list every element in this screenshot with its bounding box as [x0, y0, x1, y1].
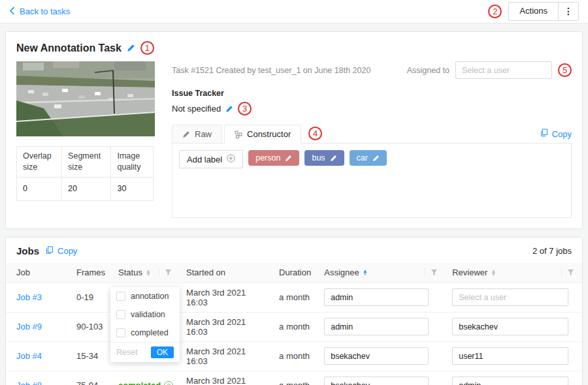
job-link[interactable]: Job #4: [16, 351, 42, 361]
label-person-name: person: [255, 153, 280, 162]
filter-option-completed[interactable]: completed: [110, 324, 180, 342]
label-chip-person[interactable]: person: [248, 150, 299, 166]
copy-labels-link[interactable]: Copy: [540, 129, 572, 139]
job-link[interactable]: Job #3: [16, 292, 42, 302]
chevron-left-icon: [9, 7, 15, 17]
copy-icon: [540, 129, 548, 139]
frames-cell: 90-103: [70, 312, 112, 341]
column-header-status[interactable]: Status ▲▼: [112, 263, 180, 283]
back-to-tasks-label: Back to tasks: [20, 7, 70, 16]
assignee-input[interactable]: [324, 377, 429, 385]
actions-button[interactable]: Actions: [509, 3, 558, 20]
assigned-to-label: Assigned to: [407, 66, 449, 75]
edit-label-icon[interactable]: [372, 155, 380, 162]
label-car-name: car: [357, 153, 368, 162]
filter-option-validation[interactable]: validation: [110, 305, 180, 324]
callout-5: 5: [558, 63, 572, 77]
reviewer-input[interactable]: [452, 288, 568, 306]
jobs-title: Jobs: [16, 245, 39, 256]
sort-icon: ▲▼: [146, 270, 151, 276]
filter-option-label: annotation: [131, 292, 169, 301]
topbar: Back to tasks 2 Actions ⋮: [0, 0, 588, 23]
jobs-table-header-row: Job Frames Status ▲▼ Started on Duration: [6, 263, 582, 283]
status-filter-dropdown: annotation validation completed Reset OK: [110, 287, 180, 362]
started-cell: March 3rd 2021 16:03: [180, 341, 272, 371]
duration-cell: a month: [272, 371, 318, 385]
param-header-overlap: Overlap size: [17, 147, 62, 177]
param-value-quality: 30: [111, 177, 154, 200]
status-header-label: Status: [118, 268, 142, 277]
issue-tracker-value: Not specified: [172, 104, 221, 114]
column-header-started-on: Started on: [180, 263, 272, 283]
ok-button[interactable]: OK: [151, 346, 174, 358]
copy-label: Copy: [552, 129, 572, 139]
column-header-reviewer[interactable]: Reviewer ▲▼: [446, 263, 582, 283]
jobs-count: 2 of 7 jobs: [532, 246, 572, 256]
status-cell: completed: [118, 380, 161, 385]
labels-constructor-panel: Add label person bus: [172, 144, 572, 218]
started-cell: March 3rd 2021 16:03: [180, 312, 272, 341]
task-meta: Task #1521 Created by test_user_1 on Jun…: [172, 66, 370, 75]
job-link[interactable]: Job #9: [16, 322, 42, 331]
reset-button[interactable]: Reset: [116, 348, 138, 357]
edit-task-name-icon[interactable]: [127, 44, 135, 52]
task-card: New Annotation Task 1: [5, 31, 583, 229]
filter-icon[interactable]: [159, 268, 173, 277]
reviewer-input[interactable]: [452, 347, 568, 365]
assignee-input[interactable]: [324, 318, 429, 335]
table-row: Job #4 15-34 March 3rd 2021 16:03 a mont…: [6, 341, 582, 371]
column-header-assignee[interactable]: Assignee ▲▼: [318, 263, 446, 283]
param-value-segment: 20: [62, 177, 111, 200]
question-circle-icon[interactable]: ?: [164, 381, 173, 385]
pencil-icon: [182, 131, 190, 138]
frames-cell: 15-34: [70, 341, 112, 371]
column-header-frames: Frames: [70, 263, 112, 283]
sort-icon-ascending: ▲▼: [363, 270, 368, 276]
task-assignee-input[interactable]: [455, 61, 552, 79]
edit-issue-tracker-icon[interactable]: [225, 105, 233, 113]
assignee-input[interactable]: [324, 288, 429, 306]
add-label-button[interactable]: Add label: [179, 150, 243, 168]
table-row: Job #8 75-94 completed ? March 3rd 2021 …: [6, 371, 582, 385]
add-label-text: Add label: [187, 155, 222, 164]
duration-cell: a month: [272, 283, 318, 312]
label-chip-bus[interactable]: bus: [304, 150, 344, 166]
label-chip-car[interactable]: car: [350, 150, 387, 166]
table-row: Job #3 0-19 March 3rd 2021 16:03 a month: [6, 283, 582, 312]
param-header-quality: Image quality: [111, 147, 154, 177]
column-header-duration: Duration: [272, 263, 318, 283]
issue-tracker-label: Issue Tracker: [172, 89, 572, 98]
reviewer-input[interactable]: [452, 377, 568, 385]
filter-icon[interactable]: [425, 268, 439, 277]
label-bus-name: bus: [312, 153, 325, 162]
tab-raw[interactable]: Raw: [172, 125, 222, 143]
edit-label-icon[interactable]: [330, 155, 337, 162]
actions-menu-icon[interactable]: ⋮: [558, 3, 578, 20]
checkbox[interactable]: [116, 310, 125, 319]
table-row: Job #9 90-103 March 3rd 2021 16:03 a mon…: [6, 312, 582, 341]
frames-cell: 0-19: [70, 283, 112, 312]
duration-cell: a month: [272, 312, 318, 341]
reviewer-input[interactable]: [452, 318, 568, 335]
copy-icon: [46, 246, 54, 256]
started-cell: March 3rd 2021 16:03: [180, 371, 272, 385]
callout-3: 3: [238, 102, 252, 116]
back-to-tasks-link[interactable]: Back to tasks: [9, 7, 70, 17]
filter-option-label: completed: [131, 328, 169, 337]
checkbox[interactable]: [116, 328, 125, 337]
constructor-icon: [235, 131, 242, 138]
job-link[interactable]: Job #8: [16, 380, 42, 385]
plus-circle-icon: [227, 154, 235, 164]
filter-option-annotation[interactable]: annotation: [110, 287, 180, 305]
tab-constructor[interactable]: Constructor: [224, 125, 301, 144]
task-title: New Annotation Task: [16, 42, 122, 54]
copy-jobs-link[interactable]: Copy: [46, 246, 77, 256]
edit-label-icon[interactable]: [285, 155, 292, 162]
filter-icon[interactable]: [561, 268, 576, 277]
jobs-card: Jobs Copy 2 of 7 jobs Job Frames St: [5, 237, 583, 385]
started-cell: March 3rd 2021 16:03: [180, 283, 272, 312]
duration-cell: a month: [272, 341, 318, 371]
checkbox[interactable]: [116, 292, 125, 301]
assignee-input[interactable]: [324, 347, 429, 365]
column-header-job: Job: [6, 263, 70, 283]
